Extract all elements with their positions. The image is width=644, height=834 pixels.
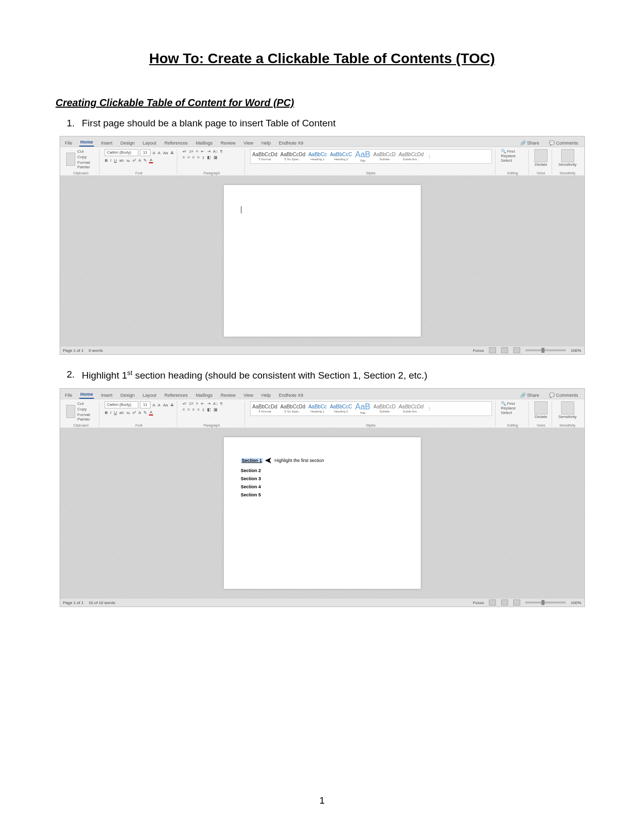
tab-mailings[interactable]: Mailings <box>195 140 214 147</box>
section-1-highlighted[interactable]: Section 1 <box>241 458 263 463</box>
find-button[interactable]: 🔍 Find <box>501 149 525 154</box>
styles-expand-icon[interactable]: ⋮ <box>427 406 432 411</box>
align-left-button[interactable]: ≡ <box>182 155 186 160</box>
bullets-button[interactable]: •≡ <box>182 149 187 154</box>
underline-button[interactable]: U <box>114 158 118 163</box>
italic-button[interactable]: I <box>110 410 112 415</box>
text-effects-button[interactable]: A <box>138 158 141 163</box>
zoom-slider[interactable] <box>525 601 566 604</box>
superscript-button[interactable]: x² <box>132 410 136 415</box>
clear-formatting-button[interactable]: A̶ <box>170 151 174 155</box>
share-button[interactable]: 🔗 Share <box>518 392 541 399</box>
font-name-select[interactable]: Calibri (Body) <box>105 401 138 408</box>
zoom-slider[interactable] <box>525 349 566 351</box>
tab-review[interactable]: Review <box>220 392 237 399</box>
tab-help[interactable]: Help <box>261 140 272 147</box>
view-read-icon[interactable] <box>489 599 496 606</box>
cut-button[interactable]: Cut <box>77 401 96 406</box>
tab-home[interactable]: Home <box>79 138 94 147</box>
tab-help[interactable]: Help <box>261 392 272 399</box>
section-2[interactable]: Section 2 <box>241 468 404 473</box>
grow-font-button[interactable]: A <box>152 151 156 155</box>
align-center-button[interactable]: ≡ <box>187 407 190 412</box>
line-spacing-button[interactable]: ‡ <box>202 155 205 160</box>
outdent-button[interactable]: ⇤ <box>201 401 205 406</box>
style-title[interactable]: AaBTitle <box>355 151 370 162</box>
tab-insert[interactable]: Insert <box>100 392 114 399</box>
sensitivity-icon[interactable] <box>561 401 574 414</box>
bullets-button[interactable]: •≡ <box>182 401 187 406</box>
shrink-font-button[interactable]: A <box>157 151 161 155</box>
format-painter-button[interactable]: Format Painter <box>77 160 96 169</box>
replace-button[interactable]: Replace <box>501 406 525 410</box>
subscript-button[interactable]: x₂ <box>126 410 130 415</box>
style-subtle-em[interactable]: AaBbCcDdSubtle Em... <box>399 152 423 161</box>
tab-design[interactable]: Design <box>120 392 136 399</box>
tab-design[interactable]: Design <box>120 140 136 147</box>
borders-button[interactable]: ▦ <box>213 155 218 160</box>
view-web-icon[interactable] <box>513 347 520 353</box>
section-5[interactable]: Section 5 <box>241 492 404 497</box>
numbering-button[interactable]: 1≡ <box>188 149 194 154</box>
strike-button[interactable]: ab <box>119 410 124 415</box>
status-zoom[interactable]: 100% <box>571 600 581 605</box>
align-left-button[interactable]: ≡ <box>182 407 186 412</box>
status-zoom[interactable]: 100% <box>571 348 581 353</box>
justify-button[interactable]: ≡ <box>197 155 201 160</box>
dictate-button[interactable]: Dictate <box>534 162 549 167</box>
line-spacing-button[interactable]: ‡ <box>202 407 205 412</box>
highlight-button[interactable]: ✎ <box>143 158 147 163</box>
sort-button[interactable]: A↓ <box>213 149 218 154</box>
find-button[interactable]: 🔍 Find <box>501 401 525 406</box>
font-size-select[interactable]: 11 <box>140 149 151 156</box>
sort-button[interactable]: A↓ <box>213 401 218 406</box>
subscript-button[interactable]: x₂ <box>126 158 130 163</box>
view-web-icon[interactable] <box>513 599 520 606</box>
select-button[interactable]: Select <box>501 158 525 163</box>
superscript-button[interactable]: x² <box>132 158 136 163</box>
change-case-button[interactable]: Aa <box>163 151 169 155</box>
borders-button[interactable]: ▦ <box>213 407 218 412</box>
dictate-button[interactable]: Dictate <box>534 414 549 419</box>
sensitivity-button[interactable]: Sensitivity <box>557 414 578 419</box>
justify-button[interactable]: ≡ <box>197 407 201 412</box>
shading-button[interactable]: ◧ <box>207 155 212 160</box>
cut-button[interactable]: Cut <box>77 149 96 154</box>
tab-view[interactable]: View <box>242 392 254 399</box>
tab-references[interactable]: References <box>164 392 189 399</box>
blank-page[interactable] <box>224 185 421 337</box>
bold-button[interactable]: B <box>105 410 109 415</box>
comments-button[interactable]: 💬 Comments <box>547 140 580 147</box>
section-4[interactable]: Section 4 <box>241 484 404 489</box>
align-right-button[interactable]: ≡ <box>192 155 195 160</box>
view-read-icon[interactable] <box>489 347 496 353</box>
view-print-icon[interactable] <box>501 599 508 606</box>
view-print-icon[interactable] <box>501 347 508 353</box>
dictate-icon[interactable] <box>534 401 548 414</box>
highlight-button[interactable]: ✎ <box>143 410 147 415</box>
paste-icon[interactable] <box>66 405 75 418</box>
underline-button[interactable]: U <box>114 410 118 415</box>
tab-insert[interactable]: Insert <box>100 140 114 147</box>
style-normal[interactable]: AaBbCcDd¶ Normal <box>253 404 277 413</box>
align-right-button[interactable]: ≡ <box>192 407 195 412</box>
styles-gallery[interactable]: AaBbCcDd¶ Normal AaBbCcDd¶ No Spac... Aa… <box>250 149 492 164</box>
tab-file[interactable]: File <box>64 392 74 399</box>
styles-expand-icon[interactable]: ⋮ <box>427 154 432 159</box>
copy-button[interactable]: Copy <box>77 155 96 159</box>
copy-button[interactable]: Copy <box>77 407 96 411</box>
document-canvas[interactable]: Section 1 ➤ Highlight the first section … <box>60 428 584 598</box>
multilevel-button[interactable]: ≡ <box>195 401 199 406</box>
style-heading1[interactable]: AaBbCcHeading 1 <box>308 152 327 161</box>
clear-formatting-button[interactable]: A̶ <box>170 403 174 407</box>
tab-home[interactable]: Home <box>79 391 94 399</box>
style-heading2[interactable]: AaBbCcCHeading 2 <box>330 404 352 413</box>
sensitivity-button[interactable]: Sensitivity <box>557 162 578 167</box>
change-case-button[interactable]: Aa <box>163 403 169 407</box>
style-subtitle[interactable]: AaBbCcDSubtitle <box>373 404 395 413</box>
tab-layout[interactable]: Layout <box>142 392 158 399</box>
style-heading1[interactable]: AaBbCcHeading 1 <box>308 404 327 413</box>
tab-layout[interactable]: Layout <box>142 140 158 147</box>
bold-button[interactable]: B <box>105 158 109 163</box>
font-size-select[interactable]: 11 <box>140 401 151 408</box>
